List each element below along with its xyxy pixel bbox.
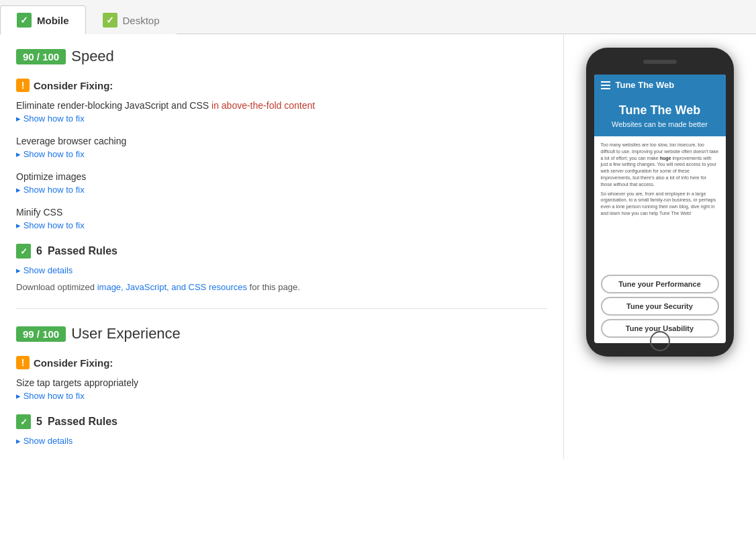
show-how-fix-css[interactable]: Show how to fix — [16, 220, 547, 230]
phone-body-text1: Too many websites are too slow, too inse… — [601, 142, 719, 188]
speed-section: 90 / 100 Speed ! Consider Fixing: Elimin… — [16, 48, 547, 292]
tab-bar: ✓ Mobile ✓ Desktop — [0, 0, 756, 34]
show-how-fix-render[interactable]: Show how to fix — [16, 113, 547, 124]
speed-passed-section: ✓ 6 Passed Rules — [16, 244, 547, 259]
ux-passed-icon: ✓ — [16, 414, 31, 429]
section-divider — [16, 308, 547, 309]
download-links[interactable]: image, JavaScript, and CSS resources — [97, 282, 247, 292]
speed-passed-count: 6 — [36, 245, 42, 257]
phone-screen: Tune The Web Tune The Web Websites can b… — [594, 75, 726, 343]
fix-item-tap: Size tap targets appropriately Show how … — [16, 377, 547, 401]
phone-nav-title: Tune The Web — [616, 80, 675, 90]
fix-item-render-link[interactable]: in above-the-fold content — [211, 100, 315, 111]
tab-desktop-label: Desktop — [123, 15, 160, 26]
phone-hero-subtitle: Websites can be made better — [601, 120, 719, 128]
speed-title-label: Speed — [71, 48, 114, 65]
speed-passed-icon: ✓ — [16, 244, 31, 259]
tune-security-button[interactable]: Tune your Security — [601, 297, 719, 316]
speed-consider-label: ! Consider Fixing: — [16, 79, 547, 92]
fix-item-css-title: Minify CSS — [16, 207, 547, 218]
tab-mobile-label: Mobile — [37, 15, 69, 26]
speed-score-badge: 90 / 100 — [16, 49, 66, 64]
ux-passed-section: ✓ 5 Passed Rules — [16, 414, 547, 429]
fix-item-render-title: Eliminate render-blocking JavaScript and… — [16, 100, 547, 111]
show-how-fix-tap[interactable]: Show how to fix — [16, 391, 547, 401]
tab-desktop[interactable]: ✓ Desktop — [86, 5, 177, 34]
ux-title-row: 99 / 100 User Experience — [16, 325, 547, 342]
ux-title-label: User Experience — [71, 325, 181, 342]
phone-home-button — [650, 331, 670, 351]
ux-score-badge: 99 / 100 — [16, 326, 66, 342]
main-layout: 90 / 100 Speed ! Consider Fixing: Elimin… — [0, 34, 756, 459]
phone-hero: Tune The Web Websites can be made better — [594, 95, 726, 136]
phone-speaker — [643, 60, 677, 64]
phone-body: Too many websites are too slow, too inse… — [594, 136, 726, 271]
ux-warn-icon: ! — [16, 356, 30, 369]
ux-section: 99 / 100 User Experience ! Consider Fixi… — [16, 325, 547, 446]
fix-item-images-title: Optimize images — [16, 171, 547, 182]
speed-show-details[interactable]: Show details — [16, 265, 547, 275]
show-how-fix-caching[interactable]: Show how to fix — [16, 149, 547, 159]
download-note-text: Download optimized — [16, 282, 97, 292]
mobile-check-icon: ✓ — [17, 13, 32, 28]
speed-warn-icon: ! — [16, 79, 30, 92]
ux-show-details[interactable]: Show details — [16, 436, 547, 446]
show-how-fix-images[interactable]: Show how to fix — [16, 185, 547, 195]
tab-mobile[interactable]: ✓ Mobile — [0, 5, 86, 34]
ux-passed-label: Passed Rules — [48, 416, 117, 428]
desktop-check-icon: ✓ — [103, 13, 117, 28]
fix-item-caching-title: Leverage browser caching — [16, 136, 547, 146]
right-panel: Tune The Web Tune The Web Websites can b… — [564, 34, 755, 459]
tune-performance-button[interactable]: Tune your Performance — [601, 275, 719, 293]
download-note-end: for this page. — [250, 282, 300, 292]
phone-body-text2: So whoever you are, from and employee in… — [601, 191, 719, 217]
ux-consider-label: ! Consider Fixing: — [16, 356, 547, 369]
content-area: 90 / 100 Speed ! Consider Fixing: Elimin… — [0, 34, 564, 459]
ux-passed-count: 5 — [36, 416, 42, 428]
fix-item-css: Minify CSS Show how to fix — [16, 207, 547, 230]
phone-hero-title: Tune The Web — [601, 103, 719, 118]
fix-item-tap-title: Size tap targets appropriately — [16, 377, 547, 388]
phone-nav: Tune The Web — [594, 75, 726, 95]
speed-title-row: 90 / 100 Speed — [16, 48, 547, 65]
hamburger-icon — [601, 81, 610, 89]
fix-item-caching: Leverage browser caching Show how to fix — [16, 136, 547, 159]
phone-mockup: Tune The Web Tune The Web Websites can b… — [586, 48, 734, 357]
fix-item-render-blocking: Eliminate render-blocking JavaScript and… — [16, 100, 547, 124]
speed-passed-label: Passed Rules — [48, 245, 117, 257]
fix-item-images: Optimize images Show how to fix — [16, 171, 547, 195]
download-note: Download optimized image, JavaScript, an… — [16, 282, 547, 292]
